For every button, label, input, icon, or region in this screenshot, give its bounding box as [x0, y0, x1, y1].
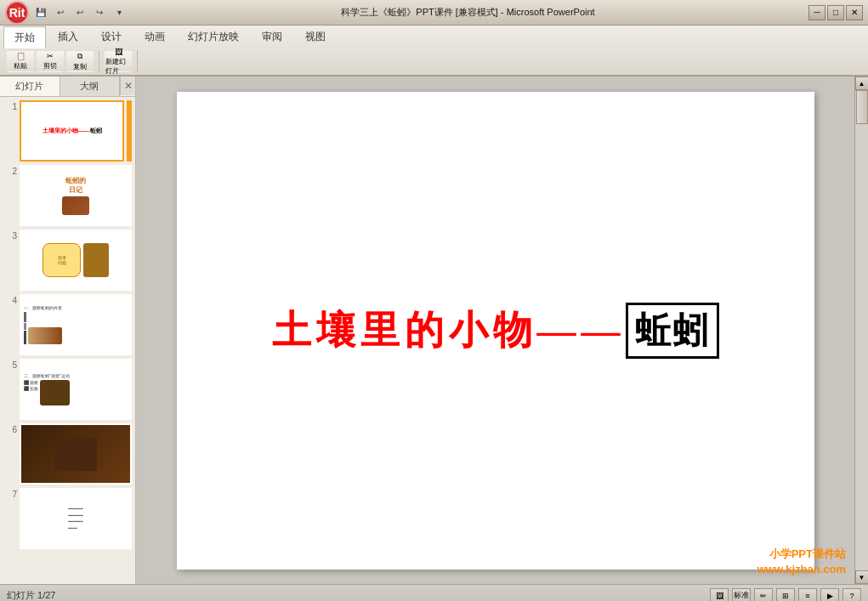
slides-list: 1 土壤里的小物——蚯蚓 2 蚯蚓的日记: [0, 97, 135, 584]
thumb4-text: 一、观察蚯蚓的外形: [21, 303, 130, 347]
ribbon: 开始 插入 设计 动画 幻灯片放映 审阅 视图 📋 粘贴 ✂ 剪切 ⧉ 复制 🖼: [0, 26, 868, 77]
thumb-inner-6: [21, 425, 130, 483]
scroll-track: [856, 90, 868, 570]
status-right: 🖼 标准 ✏ ⊞ ≡ ▶ ?: [710, 588, 861, 602]
view-pencil-btn[interactable]: ✏: [754, 588, 773, 602]
slide-thumbnail-1[interactable]: 土壤里的小物——蚯蚓: [20, 100, 124, 162]
list-item[interactable]: 5 二、观察蚯蚓"感觉"运动 ⬛ 观察 ⬛ 实验: [3, 359, 132, 420]
slide-thumbnail-2[interactable]: 蚯蚓的日记: [20, 165, 132, 226]
list-item[interactable]: 3 思考问题: [3, 230, 132, 291]
tab-review[interactable]: 审阅: [251, 26, 293, 48]
scroll-up-button[interactable]: ▲: [855, 77, 869, 90]
standard-label: 标准: [734, 590, 749, 601]
slide-count: 幻灯片 1/27: [7, 589, 55, 601]
paste-button[interactable]: 📋 粘贴: [7, 50, 34, 72]
watermark: 小学PPT课件站 www.kjzhan.com: [757, 547, 846, 577]
ribbon-group-slides: 🖼 新建幻灯片: [105, 50, 138, 72]
thumb-inner-1: 土壤里的小物——蚯蚓: [21, 102, 122, 160]
maximize-button[interactable]: □: [827, 5, 844, 20]
help-icon-btn[interactable]: ?: [842, 588, 861, 602]
thumb-inner-2: 蚯蚓的日记: [21, 167, 130, 224]
thumb2-image: [62, 196, 89, 215]
window-title: 科学三上《蚯蚓》PPT课件 [兼容模式] - Microsoft PowerPo…: [128, 6, 808, 19]
thumb3-bubble: 思考问题: [43, 243, 81, 277]
status-left: 幻灯片 1/27: [7, 589, 55, 601]
panel-close-button[interactable]: ✕: [120, 77, 135, 95]
watermark-line1: 小学PPT课件站: [757, 547, 846, 562]
slide-thumbnail-4[interactable]: 一、观察蚯蚓的外形: [20, 294, 132, 355]
ribbon-content: 📋 粘贴 ✂ 剪切 ⧉ 复制 🖼 新建幻灯片: [0, 48, 868, 75]
minimize-button[interactable]: ─: [808, 5, 825, 20]
new-slide-button[interactable]: 🖼 新建幻灯片: [105, 50, 132, 72]
tab-design[interactable]: 设计: [90, 26, 133, 48]
copy-label: 复制: [73, 62, 87, 71]
view-normal-btn[interactable]: ⊞: [776, 588, 795, 602]
ribbon-tabs: 开始 插入 设计 动画 幻灯片放映 审阅 视图: [0, 26, 868, 48]
slide-thumbnail-6[interactable]: [20, 423, 132, 485]
copy-icon: ⧉: [77, 52, 82, 61]
selected-indicator: [127, 100, 132, 162]
undo-arrow-button[interactable]: ↩: [71, 5, 88, 20]
scroll-down-button[interactable]: ▼: [855, 570, 869, 584]
tab-slideshow[interactable]: 幻灯片放映: [177, 26, 250, 48]
thumb-inner-7: ▪▪▪▪▪▪▪▪▪▪ ▪▪▪▪▪▪▪▪▪▪ ▪▪▪▪▪▪▪▪▪▪ ▪▪▪▪▪▪: [21, 490, 130, 547]
slide-thumbnail-7[interactable]: ▪▪▪▪▪▪▪▪▪▪ ▪▪▪▪▪▪▪▪▪▪ ▪▪▪▪▪▪▪▪▪▪ ▪▪▪▪▪▪: [20, 488, 132, 549]
save-button[interactable]: 💾: [32, 5, 49, 20]
tab-start[interactable]: 开始: [3, 26, 46, 48]
window-controls: ─ □ ✕: [808, 5, 863, 20]
panel-tabs: 幻灯片 大纲 ✕: [0, 77, 135, 97]
canvas-area: 土壤里的小物—— 蚯蚓 小学PPT课件站 www.kjzhan.com: [136, 77, 854, 584]
slide-title-red: 土壤里的小物——: [272, 304, 626, 357]
right-scrollbar[interactable]: ▲ ▼: [854, 77, 868, 584]
scroll-thumb[interactable]: [856, 90, 868, 124]
customize-qat-button[interactable]: ▾: [111, 5, 128, 20]
cut-label: 剪切: [43, 61, 57, 71]
thumb-inner-4: 一、观察蚯蚓的外形: [21, 296, 130, 354]
slide-number: 5: [3, 359, 17, 370]
tab-animation[interactable]: 动画: [133, 26, 176, 48]
slide-number: 7: [3, 488, 17, 499]
new-slide-label: 新建幻灯片: [105, 57, 131, 76]
list-item[interactable]: 2 蚯蚓的日记: [3, 165, 132, 226]
slide-number: 1: [3, 100, 17, 111]
thumb-inner-3: 思考问题: [21, 231, 130, 289]
slide-panel: 幻灯片 大纲 ✕ 1 土壤里的小物——蚯蚓 2: [0, 77, 136, 584]
close-button[interactable]: ✕: [846, 5, 863, 20]
thumb-inner-5: 二、观察蚯蚓"感觉"运动 ⬛ 观察 ⬛ 实验: [21, 360, 130, 418]
tab-view[interactable]: 视图: [294, 26, 337, 48]
view-slide-btn[interactable]: ▶: [820, 588, 839, 602]
cut-icon: ✂: [47, 52, 54, 60]
paste-icon: 📋: [16, 52, 26, 60]
undo-button[interactable]: ↩: [52, 5, 69, 20]
tab-insert[interactable]: 插入: [47, 26, 89, 48]
list-item[interactable]: 6: [3, 423, 132, 485]
panel-tab-slides[interactable]: 幻灯片: [0, 77, 60, 96]
cut-button[interactable]: ✂ 剪切: [37, 50, 64, 72]
thumb1-content: 土壤里的小物——蚯蚓: [43, 127, 102, 136]
new-slide-icon: 🖼: [115, 48, 122, 56]
office-button[interactable]: Rit: [5, 1, 29, 25]
list-item[interactable]: 7 ▪▪▪▪▪▪▪▪▪▪ ▪▪▪▪▪▪▪▪▪▪ ▪▪▪▪▪▪▪▪▪▪ ▪▪▪▪▪…: [3, 488, 132, 549]
view-icon-btn[interactable]: 🖼: [710, 588, 729, 602]
redo-button[interactable]: ↪: [91, 5, 108, 20]
panel-tab-outline[interactable]: 大纲: [60, 77, 121, 96]
list-item[interactable]: 1 土壤里的小物——蚯蚓: [3, 100, 132, 162]
thumb7-text: ▪▪▪▪▪▪▪▪▪▪ ▪▪▪▪▪▪▪▪▪▪ ▪▪▪▪▪▪▪▪▪▪ ▪▪▪▪▪▪: [65, 503, 86, 534]
status-bar: 幻灯片 1/27 🖼 标准 ✏ ⊞ ≡ ▶ ?: [0, 584, 868, 601]
slide-number: 3: [3, 230, 17, 241]
thumb5-text: 二、观察蚯蚓"感觉"运动 ⬛ 观察 ⬛ 实验: [21, 371, 130, 408]
quick-access-toolbar: 💾 ↩ ↩ ↪ ▾: [32, 5, 128, 20]
main-area: 幻灯片 大纲 ✕ 1 土壤里的小物——蚯蚓 2: [0, 77, 868, 584]
slide-number: 2: [3, 165, 17, 176]
standard-btn[interactable]: 标准: [732, 588, 751, 602]
paste-label: 粘贴: [14, 61, 27, 71]
slide-thumbnail-3[interactable]: 思考问题: [20, 230, 132, 291]
ribbon-group-clipboard: 📋 粘贴 ✂ 剪切 ⧉ 复制: [7, 50, 99, 72]
view-outline-btn[interactable]: ≡: [798, 588, 817, 602]
slide-number: 4: [3, 294, 17, 305]
title-bar: Rit 💾 ↩ ↩ ↪ ▾ 科学三上《蚯蚓》PPT课件 [兼容模式] - Mic…: [0, 0, 868, 26]
slide-thumbnail-5[interactable]: 二、观察蚯蚓"感觉"运动 ⬛ 观察 ⬛ 实验: [20, 359, 132, 420]
slide-canvas[interactable]: 土壤里的小物—— 蚯蚓: [177, 92, 814, 570]
list-item[interactable]: 4 一、观察蚯蚓的外形: [3, 294, 132, 355]
copy-button[interactable]: ⧉ 复制: [66, 50, 94, 72]
